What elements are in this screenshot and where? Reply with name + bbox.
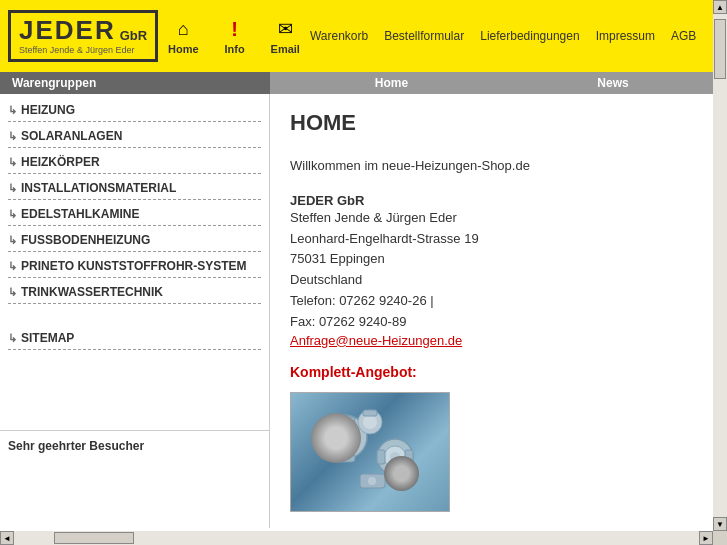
company-email-link[interactable]: Anfrage@neue-Heizungen.de bbox=[290, 333, 462, 348]
sidebar-divider bbox=[8, 147, 261, 148]
svg-rect-4 bbox=[335, 454, 355, 462]
info-nav-button[interactable]: ! Info bbox=[211, 13, 259, 59]
sidebar-item-label: HEIZUNG bbox=[21, 103, 75, 117]
scroll-right-button[interactable]: ► bbox=[699, 531, 713, 545]
lieferbedingungen-link[interactable]: Lieferbedingungen bbox=[480, 29, 579, 43]
svg-point-2 bbox=[338, 430, 352, 444]
sidebar-item-fussbodenheizung[interactable]: ↳ FUSSBODENHEIZUNG bbox=[0, 228, 269, 249]
news-label: News bbox=[513, 76, 713, 90]
company-contact1: Steffen Jende & Jürgen Eder bbox=[290, 208, 693, 229]
sidebar-bottom: ↳ SITEMAP bbox=[0, 314, 269, 350]
vertical-scrollbar[interactable]: ▲ ▼ ▼ bbox=[713, 0, 727, 545]
company-contact3: 75031 Eppingen bbox=[290, 249, 693, 270]
sidebar-divider bbox=[8, 121, 261, 122]
scroll-down-button[interactable]: ▼ bbox=[713, 517, 727, 531]
scroll-up-button[interactable]: ▲ bbox=[713, 0, 727, 14]
sidebar-item-heizung[interactable]: ↳ HEIZUNG bbox=[0, 98, 269, 119]
agb-link[interactable]: AGB bbox=[671, 29, 696, 43]
email-nav-label: Email bbox=[271, 43, 300, 55]
email-icon: ✉ bbox=[271, 17, 299, 41]
company-contact4: Deutschland bbox=[290, 270, 693, 291]
komplett-angebot-label: Komplett-Angebot: bbox=[290, 364, 693, 380]
logo-subtitle: Steffen Jende & Jürgen Eder bbox=[19, 45, 134, 55]
svg-rect-3 bbox=[335, 417, 355, 425]
sidebar-item-edelstahlkamine[interactable]: ↳ EDELSTAHLKAMINE bbox=[0, 202, 269, 223]
sidebar-item-trinkwassertechnik[interactable]: ↳ TRINKWASSERTECHNIK bbox=[0, 280, 269, 301]
sidebar-divider bbox=[8, 251, 261, 252]
arrow-icon: ↳ bbox=[8, 208, 17, 221]
company-fax: Fax: 07262 9240-89 bbox=[290, 312, 693, 333]
horizontal-scrollbar[interactable]: ◄ ► bbox=[0, 531, 713, 545]
arrow-icon: ↳ bbox=[8, 260, 17, 273]
arrow-icon: ↳ bbox=[8, 234, 17, 247]
arrow-icon: ↳ bbox=[8, 332, 17, 345]
scroll-thumb[interactable] bbox=[714, 19, 726, 79]
sidebar-divider bbox=[8, 173, 261, 174]
svg-point-6 bbox=[384, 446, 406, 468]
sidebar-item-installationsmaterial[interactable]: ↳ INSTALLATIONSMATERIAL bbox=[0, 176, 269, 197]
sidebar-item-heizkoerper[interactable]: ↳ HEIZKÖRPER bbox=[0, 150, 269, 171]
product-image bbox=[290, 392, 450, 512]
footer-greeting: Sehr geehrter Besucher bbox=[8, 439, 261, 453]
product-svg bbox=[305, 402, 435, 502]
sidebar-item-solaranlagen[interactable]: ↳ SOLARANLAGEN bbox=[0, 124, 269, 145]
sidebar-item-sitemap[interactable]: ↳ SITEMAP bbox=[0, 326, 269, 347]
info-nav-label: Info bbox=[224, 43, 244, 55]
company-phone: Telefon: 07262 9240-26 | bbox=[290, 291, 693, 312]
email-nav-button[interactable]: ✉ Email bbox=[261, 13, 310, 59]
logo: JEDER GbR Steffen Jende & Jürgen Eder bbox=[8, 6, 148, 66]
intro-text: Willkommen im neue-Heizungen-Shop.de bbox=[290, 156, 693, 177]
sidebar-item-label: SITEMAP bbox=[21, 331, 74, 345]
arrow-icon: ↳ bbox=[8, 286, 17, 299]
sidebar-divider bbox=[8, 303, 261, 304]
sidebar-item-label: EDELSTAHLKAMINE bbox=[21, 207, 139, 221]
warengruppen-label: Warengruppen bbox=[0, 72, 270, 94]
sidebar-item-label: INSTALLATIONSMATERIAL bbox=[21, 181, 176, 195]
logo-gbr: GbR bbox=[120, 28, 147, 43]
main-layout: ↳ HEIZUNG ↳ SOLARANLAGEN ↳ HEIZKÖRPER ↳ … bbox=[0, 94, 713, 528]
home-icon: ⌂ bbox=[169, 17, 197, 41]
scroll-corner bbox=[713, 531, 727, 545]
company-block: JEDER GbR Steffen Jende & Jürgen Eder Le… bbox=[290, 193, 693, 348]
sidebar-divider bbox=[8, 225, 261, 226]
sidebar-item-label: HEIZKÖRPER bbox=[21, 155, 100, 169]
svg-rect-8 bbox=[377, 450, 385, 464]
scroll-track[interactable] bbox=[713, 14, 727, 517]
sidebar-divider bbox=[8, 199, 261, 200]
svg-point-1 bbox=[331, 423, 359, 451]
arrow-icon: ↳ bbox=[8, 156, 17, 169]
logo-brand: JEDER bbox=[19, 17, 116, 43]
second-bar: Warengruppen Home News bbox=[0, 72, 713, 94]
page-title: HOME bbox=[290, 110, 693, 136]
svg-point-11 bbox=[363, 415, 377, 429]
bestellformular-link[interactable]: Bestellformular bbox=[384, 29, 464, 43]
sidebar: ↳ HEIZUNG ↳ SOLARANLAGEN ↳ HEIZKÖRPER ↳ … bbox=[0, 94, 270, 528]
hscroll-thumb[interactable] bbox=[54, 532, 134, 544]
info-icon: ! bbox=[221, 17, 249, 41]
sidebar-divider bbox=[8, 349, 261, 350]
home-nav-button[interactable]: ⌂ Home bbox=[158, 13, 209, 59]
sidebar-item-label: FUSSBODENHEIZUNG bbox=[21, 233, 150, 247]
impressum-link[interactable]: Impressum bbox=[596, 29, 655, 43]
svg-rect-12 bbox=[363, 410, 377, 416]
arrow-icon: ↳ bbox=[8, 104, 17, 117]
svg-rect-9 bbox=[405, 450, 413, 464]
svg-point-14 bbox=[368, 477, 376, 485]
top-nav: Warenkorb Bestellformular Lieferbedingun… bbox=[310, 29, 713, 43]
sidebar-item-label: SOLARANLAGEN bbox=[21, 129, 122, 143]
company-contact2: Leonhard-Engelhardt-Strasse 19 bbox=[290, 229, 693, 250]
arrow-icon: ↳ bbox=[8, 182, 17, 195]
sidebar-item-label: TRINKWASSERTECHNIK bbox=[21, 285, 163, 299]
arrow-icon: ↳ bbox=[8, 130, 17, 143]
sidebar-item-label: PRINETO KUNSTSTOFFROHR-SYSTEM bbox=[21, 259, 247, 273]
sidebar-divider bbox=[8, 277, 261, 278]
warenkorb-link[interactable]: Warenkorb bbox=[310, 29, 368, 43]
content-area: HOME Willkommen im neue-Heizungen-Shop.d… bbox=[270, 94, 713, 528]
header: JEDER GbR Steffen Jende & Jürgen Eder ⌂ … bbox=[0, 0, 713, 72]
hscroll-track[interactable] bbox=[14, 531, 699, 545]
scroll-left-button[interactable]: ◄ bbox=[0, 531, 14, 545]
company-name: JEDER GbR bbox=[290, 193, 693, 208]
home-breadcrumb: Home bbox=[270, 76, 513, 90]
sidebar-item-prineto[interactable]: ↳ PRINETO KUNSTSTOFFROHR-SYSTEM bbox=[0, 254, 269, 275]
nav-icons: ⌂ Home ! Info ✉ Email bbox=[158, 13, 310, 59]
